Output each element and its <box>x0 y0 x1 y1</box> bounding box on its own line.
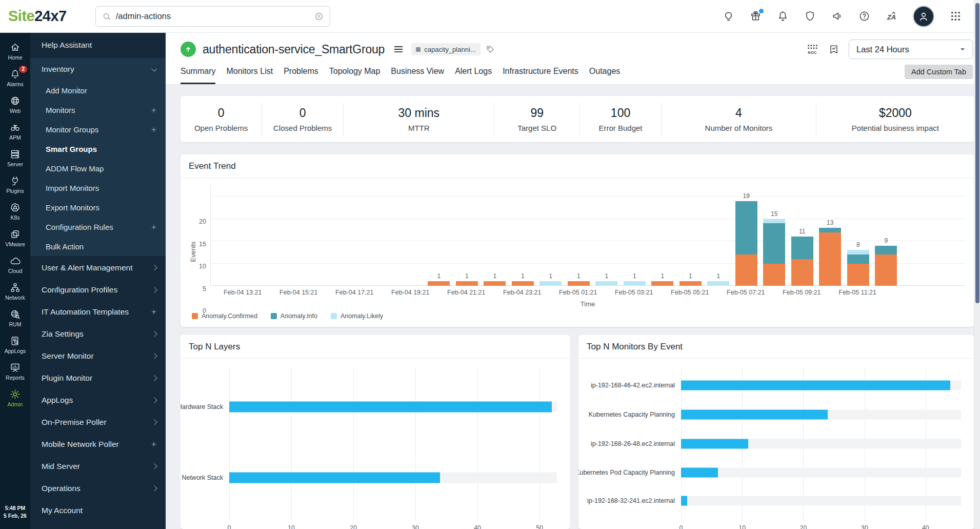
menu-item-label: AppLogs <box>42 396 73 405</box>
rail-item-apm[interactable]: APM <box>0 118 30 145</box>
menu-item-it-automation-templates[interactable]: IT Automation Templates+ <box>30 301 166 323</box>
tab-problems[interactable]: Problems <box>284 67 318 84</box>
menu-item-mid-server[interactable]: Mid Server <box>30 455 166 477</box>
tab-alert-logs[interactable]: Alert Logs <box>455 67 492 84</box>
rail-item-web[interactable]: Web <box>0 91 30 118</box>
scrollbar[interactable] <box>974 0 980 529</box>
banner-check-icon <box>828 44 839 55</box>
menu-subitem-import-monitors[interactable]: Import Monitors <box>30 178 166 198</box>
x-tick-label: 50 <box>536 524 543 529</box>
menu-subitem-addm-flow-map[interactable]: ADDM Flow Map <box>30 159 166 178</box>
stat-value: 30 mins <box>346 106 492 120</box>
apps-grid-icon[interactable] <box>950 10 962 22</box>
rail-item-alarms[interactable]: Alarms2 <box>0 65 30 91</box>
topbar-actions: ZA <box>723 6 962 27</box>
global-search[interactable] <box>95 6 330 27</box>
scrollbar-thumb[interactable] <box>975 3 979 303</box>
noc-view-icon[interactable]: NOC <box>806 43 819 56</box>
rail-item-k8s[interactable]: K8s <box>0 198 30 225</box>
gift-icon[interactable] <box>750 10 762 22</box>
server-icon <box>10 149 21 160</box>
x-tick-label: Feb-05 03:21 <box>615 289 653 296</box>
banner-check-icon[interactable] <box>828 44 839 55</box>
tab-business-view[interactable]: Business View <box>391 67 444 84</box>
rail-item-server[interactable]: Server <box>0 145 30 171</box>
shield-icon[interactable] <box>804 10 816 22</box>
menu-item-my-account[interactable]: My Account <box>30 499 166 521</box>
segment-anomaly-confirmed <box>763 264 785 286</box>
x-tick-label: Feb-05 07:21 <box>727 289 765 296</box>
bulb-icon[interactable] <box>723 10 734 22</box>
rail-item-label: RUM <box>9 321 22 327</box>
menu-item-label: Plugin Monitor <box>42 374 92 383</box>
menu-subitem-export-monitors[interactable]: Export Monitors <box>30 198 166 217</box>
bar-total-label: 1 <box>661 272 664 280</box>
megaphone-icon[interactable] <box>831 10 843 22</box>
segment-anomaly-confirmed <box>735 254 757 286</box>
menu-subitem-bulk-action[interactable]: Bulk Action <box>30 237 166 256</box>
bar-feb-04-20-21: 1 <box>425 272 453 286</box>
menu-item-applogs[interactable]: AppLogs <box>30 389 166 411</box>
rail-item-plugins[interactable]: Plugins <box>0 171 30 198</box>
tab-topology-map[interactable]: Topology Map <box>329 67 381 84</box>
zia-icon[interactable]: ZA <box>886 10 897 22</box>
menu-item-label: Mobile Network Poller <box>42 440 119 449</box>
tag-icon[interactable] <box>486 45 495 54</box>
menu-item-zia-settings[interactable]: Zia Settings <box>30 323 166 345</box>
menu-subitem-add-monitor[interactable]: Add Monitor <box>30 81 166 100</box>
x-tick-label: 0 <box>228 524 231 529</box>
avatar[interactable] <box>913 6 934 27</box>
bar-feb-05-05-21: 1 <box>676 272 705 286</box>
rail-item-vmware[interactable]: VMware <box>0 225 30 251</box>
segment-anomaly-confirmed <box>484 281 506 286</box>
sidebar-menu: Help AssistantInventoryAdd MonitorMonito… <box>30 33 166 529</box>
bar-total-label: 1 <box>465 272 469 280</box>
tab-infrastructure-events[interactable]: Infrastructure Events <box>503 67 578 84</box>
menu-item-help-assistant[interactable]: Help Assistant <box>30 33 166 57</box>
menu-item-operations[interactable]: Operations <box>30 477 166 499</box>
site24x7-logo[interactable]: Site24x7 <box>8 8 67 25</box>
rail-item-admin[interactable]: Admin <box>0 385 30 412</box>
menu-item-configuration-profiles[interactable]: Configuration Profiles <box>30 279 166 301</box>
tab-summary[interactable]: Summary <box>181 67 215 84</box>
menu-subitem-configuration-rules[interactable]: Configuration Rules+ <box>30 217 166 237</box>
plug-icon <box>10 175 21 186</box>
chevron-right-icon <box>152 287 157 292</box>
menu-subitem-monitors[interactable]: Monitors+ <box>30 100 166 120</box>
rail-clock: 5:48 PM5 Feb, 26 <box>0 504 30 529</box>
clear-search-icon[interactable] <box>314 12 324 21</box>
menu-item-mobile-network-poller[interactable]: Mobile Network Poller+ <box>30 433 166 455</box>
menu-subitem-monitor-groups[interactable]: Monitor Groups+ <box>30 120 166 139</box>
legend-item-anomaly-confirmed[interactable]: Anomaly.Confirmed <box>192 312 257 320</box>
stat-value: $2000 <box>818 106 972 120</box>
rail-item-rum[interactable]: RUM <box>0 305 30 331</box>
tab-monitors-list[interactable]: Monitors List <box>226 67 273 84</box>
legend-item-anomaly-likely[interactable]: Anomaly.Likely <box>331 312 383 320</box>
menu-item-label: Export Monitors <box>46 203 99 212</box>
tab-outages[interactable]: Outages <box>589 67 620 84</box>
menu-subitem-smart-groups[interactable]: Smart Groups <box>30 139 166 159</box>
menu-item-on-premise-poller[interactable]: On-Premise Poller <box>30 411 166 433</box>
legend-item-anomaly-info[interactable]: Anomaly.Info <box>271 312 317 320</box>
rail-item-home[interactable]: Home <box>0 38 30 65</box>
search-input[interactable] <box>116 11 310 21</box>
rail-item-cloud[interactable]: Cloud <box>0 251 30 278</box>
time-range-select[interactable]: Last 24 Hours <box>849 40 973 59</box>
menu-item-plugin-monitor[interactable]: Plugin Monitor <box>30 367 166 389</box>
menu-item-user-alert-management[interactable]: User & Alert Management <box>30 257 166 279</box>
rail-item-reports[interactable]: Reports <box>0 358 30 385</box>
tag-chip[interactable]: capacity_planni... <box>411 43 480 55</box>
bar-ip-192-168-32-241-ec2-internal <box>681 496 687 506</box>
hamburger-icon[interactable] <box>393 44 404 55</box>
menu-item-server-monitor[interactable]: Server Monitor <box>30 345 166 367</box>
x-tick-label: Feb-05 11:21 <box>839 289 876 296</box>
rail-item-applogs[interactable]: AppLogs <box>0 331 30 358</box>
bar-feb-05-03-21: 1 <box>621 272 649 286</box>
help-icon[interactable] <box>858 10 870 22</box>
menu-item-inventory[interactable]: Inventory <box>30 58 166 81</box>
bell-icon[interactable] <box>777 10 789 22</box>
rail-item-network[interactable]: Network <box>0 278 30 305</box>
x-tick-label: 40 <box>474 524 481 529</box>
add-custom-tab-button[interactable]: Add Custom Tab <box>905 65 973 79</box>
tag-chip-label: capacity_planni... <box>424 46 475 53</box>
